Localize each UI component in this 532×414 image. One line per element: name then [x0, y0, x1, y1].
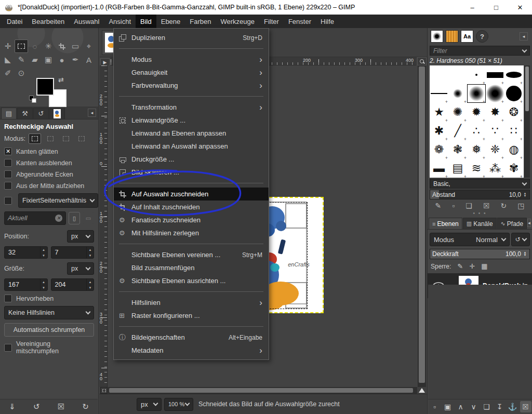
spinner-arrows[interactable]: ▲▼ [86, 247, 94, 258]
save-tool-preset-button[interactable]: ⇓ [9, 402, 16, 411]
guides-dropdown[interactable]: Keine Hilfslinien [4, 306, 94, 319]
lock-position-icon[interactable]: ✛ [469, 262, 475, 270]
brush-cell[interactable] [486, 65, 504, 84]
auto-shrink-button[interactable]: Automatisch schrumpfen [4, 323, 94, 337]
lower-layer-button[interactable]: ∨ [468, 401, 480, 412]
menubar-item-werkzeuge[interactable]: Werkzeuge [216, 15, 260, 28]
reset-tool-options-button[interactable]: ↻ [82, 402, 89, 411]
brush-cell[interactable]: ∴ [467, 122, 486, 140]
new-brush-button[interactable]: ▫ [452, 202, 455, 210]
position-unit-combo[interactable]: px [67, 230, 94, 243]
bucket-fill-tool[interactable]: ◣ [1, 53, 15, 66]
spinner-arrows[interactable]: ▲▼ [40, 279, 47, 290]
fixed-aspect-combo[interactable]: Fixiert Seitenverhältnis [18, 193, 98, 208]
tab-kanäle[interactable]: ▥Kanäle [463, 218, 497, 229]
spinner-arrows[interactable]: ▲▼ [523, 192, 527, 197]
size-width-input[interactable]: 167 ▲▼ [4, 278, 48, 291]
brush-cell[interactable]: ≋ [467, 159, 486, 178]
lock-alpha-icon[interactable]: ▦ [481, 262, 487, 270]
collapse-dock-button[interactable]: ◂ [520, 32, 528, 41]
tab-brushes[interactable] [431, 30, 443, 43]
menu-item-bild-skalieren[interactable]: Bild skalieren ... [114, 166, 269, 179]
menu-item-transformation[interactable]: Transformation› [114, 101, 269, 114]
lock-pixels-icon[interactable]: ✎ [457, 262, 463, 270]
aus-der-mitte-aufziehen-checkbox[interactable] [4, 182, 12, 190]
brush-group-dropdown[interactable]: Basic, [430, 179, 530, 189]
brush-cell[interactable]: ∵ [486, 122, 504, 140]
vertical-scrollbar-thumb[interactable] [419, 66, 425, 383]
mode-subtract-button[interactable] [60, 133, 72, 144]
brush-cell[interactable]: ✺ [448, 103, 467, 122]
free-select-tool[interactable]: ◌ [28, 39, 42, 53]
maximize-button[interactable]: □ [484, 0, 508, 15]
delete-layer-button[interactable]: ☒ [520, 401, 531, 412]
brush-cell[interactable] [448, 65, 467, 84]
aspect-ratio-input[interactable]: Aktuell ✕ [4, 211, 66, 225]
menubar-item-bild[interactable]: Bild [136, 15, 156, 28]
brush-cell[interactable]: ❅ [467, 140, 486, 159]
brush-spacing-slider[interactable]: Abstand 10,0 ▲▼ [430, 190, 530, 199]
brush-cell[interactable]: ∷ [504, 122, 523, 140]
handle-transform-tool[interactable]: ⌖ [82, 39, 96, 53]
menu-item-auf-inhalt-zuschneiden[interactable]: Auf Inhalt zuschneiden [114, 201, 269, 213]
menu-item-farbverwaltung[interactable]: Farbverwaltung› [114, 79, 269, 92]
mode-intersect-button[interactable] [75, 133, 88, 144]
layer-opacity-slider[interactable]: Deckkraft 100,0 ▲▼ [430, 249, 530, 259]
collapse-dock-button[interactable]: ◂ [527, 219, 531, 227]
delete-brush-button[interactable]: ☒ [483, 202, 490, 210]
menu-item-raster-konfigurieren[interactable]: ⊞Raster konfigurieren ... [114, 309, 269, 322]
restore-tool-preset-button[interactable]: ↺ [33, 402, 40, 411]
layer-mode-dropdown[interactable]: Modus Normal [430, 233, 510, 246]
size-height-input[interactable]: 204 ▲▼ [51, 278, 95, 291]
brush-cell[interactable]: ❃ [448, 140, 467, 159]
portrait-orientation-button[interactable]: ▯ [69, 212, 80, 224]
close-button[interactable]: ✕ [508, 0, 532, 15]
delete-tool-preset-button[interactable]: ☒ [58, 402, 64, 411]
menubar-item-bearbeiten[interactable]: Bearbeiten [27, 15, 69, 28]
unified-transform-tool[interactable]: ▭ [69, 39, 82, 53]
tab-undo-history[interactable]: ↺ [33, 108, 49, 119]
merge-layer-button[interactable]: ↧ [494, 401, 506, 412]
menubar-item-datei[interactable]: Datei [2, 15, 27, 28]
landscape-orientation-button[interactable]: ▭ [83, 212, 94, 224]
menubar-item-auswahl[interactable]: Auswahl [69, 15, 104, 28]
brush-cell[interactable] [467, 65, 486, 84]
tab-patterns[interactable] [446, 30, 458, 43]
menubar-item-hilfe[interactable]: Hilfe [316, 15, 339, 28]
duplicate-layer-button[interactable]: ❏ [481, 401, 493, 412]
brush-cell[interactable]: ▤ [448, 159, 467, 178]
fuzzy-select-tool[interactable]: ✳ [42, 39, 55, 53]
menu-item-leinwand-an-ebenen-anpassen[interactable]: Leinwand an Ebenen anpassen [114, 127, 269, 140]
brush-cell[interactable] [504, 84, 523, 103]
brush-cell[interactable] [430, 84, 448, 103]
brush-cell[interactable]: ✱ [430, 122, 448, 140]
horizontal-scrollbar[interactable] [108, 387, 417, 394]
brush-cell[interactable]: ❈ [486, 140, 504, 159]
crop-tool[interactable] [55, 39, 69, 53]
brush-cell[interactable]: ◍ [504, 140, 523, 159]
paintbrush-tool[interactable]: ✎ [15, 53, 28, 66]
mode-replace-button[interactable] [29, 133, 41, 144]
menubar-item-farben[interactable]: Farben [185, 15, 216, 28]
kanten-glätten-checkbox[interactable]: ✕ [4, 148, 12, 155]
vertical-scrollbar[interactable] [418, 65, 426, 387]
open-brush-as-image-button[interactable]: ◳ [517, 202, 524, 210]
text-tool[interactable]: A [82, 53, 96, 66]
menu-item-mit-hilfslinien-zerlegen[interactable]: ⚙Mit Hilfslinien zerlegen [114, 226, 269, 239]
menu-item-modus[interactable]: Modus› [114, 53, 269, 66]
position-x-input[interactable]: 32 ▲▼ [4, 246, 48, 259]
canvas-menu-button[interactable]: ▶ [100, 58, 110, 66]
brush-cell[interactable]: ★ [430, 103, 448, 122]
menubar-item-filter[interactable]: Filter [259, 15, 284, 28]
menubar-item-ebene[interactable]: Ebene [156, 15, 185, 28]
menu-item-leinwand-an-auswahl-anpassen[interactable]: Leinwand an Auswahl anpassen [114, 140, 269, 153]
move-tool[interactable]: ✛ [1, 39, 15, 53]
tab-device-status[interactable]: ⚒ [17, 108, 33, 119]
spinner-arrows[interactable]: ▲▼ [40, 247, 47, 258]
tab-pfade[interactable]: ∿Pfade [497, 218, 527, 229]
menu-item-duplizieren[interactable]: DuplizierenStrg+D [114, 31, 269, 44]
menu-item-sichtbare-ebenen-vereinen[interactable]: Sichtbare Ebenen vereinen ...Strg+M [114, 248, 269, 261]
anchor-layer-button[interactable]: ⚓ [507, 401, 518, 412]
menu-item-metadaten[interactable]: Metadaten› [114, 344, 269, 357]
highlight-checkbox[interactable] [4, 295, 12, 302]
